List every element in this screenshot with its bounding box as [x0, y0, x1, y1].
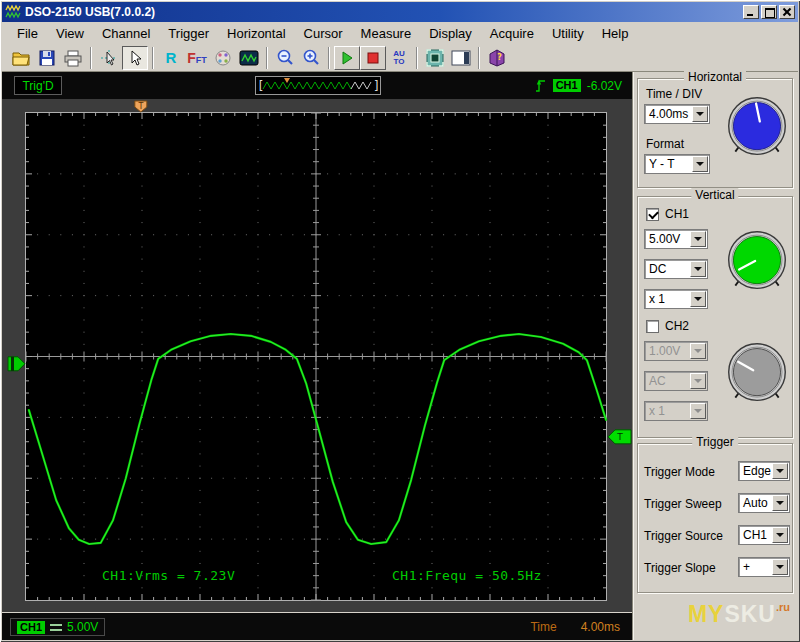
close-button[interactable] — [779, 5, 795, 19]
trigger-source-label: Trigger Source — [644, 529, 723, 543]
trigger-source-badge: CH1 — [553, 79, 581, 92]
trigger-sweep-row: Trigger SweepAuto — [638, 488, 792, 520]
ch2-probe-select-arrow — [690, 403, 706, 419]
auto-setup-button[interactable]: AUTO — [386, 46, 412, 70]
menu-utility[interactable]: Utility — [543, 24, 593, 43]
ch1-readout: CH1 5.00V — [10, 618, 105, 636]
preview-trigger-marker[interactable] — [284, 78, 290, 83]
format-select-arrow[interactable] — [692, 156, 708, 172]
play-icon — [338, 49, 356, 67]
zoom-out-icon — [275, 48, 295, 68]
trigger-slope-select-arrow[interactable] — [772, 559, 788, 575]
svg-text:?: ? — [497, 53, 502, 62]
timebase-readout: Time 4.00ms — [522, 618, 628, 636]
time-div-select[interactable]: 4.00ms — [644, 104, 710, 124]
ch1-coupling-select-arrow[interactable] — [690, 261, 706, 277]
display-color-button[interactable] — [210, 46, 236, 70]
trigger-slope-select[interactable]: + — [738, 557, 790, 577]
trigger-source-select-arrow[interactable] — [772, 527, 788, 543]
chevron-down-icon — [696, 162, 704, 170]
trigger-level-label: T — [616, 432, 623, 442]
time-label: Time — [530, 620, 556, 634]
menu-help[interactable]: Help — [593, 24, 638, 43]
format-select[interactable]: Y - T — [644, 154, 710, 174]
waveform-window-button[interactable] — [236, 46, 262, 70]
zoom-in-button[interactable] — [298, 46, 324, 70]
ch1-badge: CH1 — [17, 621, 45, 634]
window-layout-button[interactable] — [448, 46, 474, 70]
menu-file[interactable]: File — [8, 24, 47, 43]
chevron-down-icon — [776, 501, 784, 509]
self-calibration-button[interactable] — [422, 46, 448, 70]
chevron-down-icon — [694, 267, 702, 275]
ch1-checkbox-box[interactable] — [646, 208, 659, 221]
ch1-coupling-select[interactable]: DC — [644, 259, 708, 279]
chevron-down-icon — [694, 297, 702, 305]
trigger-source-select[interactable]: CH1 — [738, 525, 790, 545]
menu-trigger[interactable]: Trigger — [159, 24, 218, 43]
vertical-group: Vertical CH1 5.00V DC x 1 — [637, 196, 793, 438]
cursor-measure-button[interactable] — [96, 46, 122, 70]
chevron-down-icon — [694, 237, 702, 245]
menu-display[interactable]: Display — [420, 24, 481, 43]
fft-button[interactable]: FFT — [184, 46, 210, 70]
pointer-button[interactable] — [122, 46, 148, 70]
print-button[interactable] — [60, 46, 86, 70]
ch1-checkbox[interactable]: CH1 — [646, 207, 689, 221]
menu-acquire[interactable]: Acquire — [481, 24, 543, 43]
start-button[interactable] — [334, 46, 360, 70]
ch2-probe-select: x 1 — [644, 401, 708, 421]
ch2-knob[interactable] — [724, 341, 790, 410]
trigger-mode-select-arrow[interactable] — [772, 463, 788, 479]
trigger-preview-waveform: [] — [256, 77, 380, 94]
bottom-status-bar: CH1 5.00V Time 4.00ms — [2, 612, 632, 640]
ch1-knob[interactable] — [724, 229, 790, 298]
svg-text:]: ] — [373, 79, 380, 93]
ch2-checkbox[interactable]: CH2 — [646, 319, 689, 333]
minimize-button[interactable] — [743, 5, 759, 19]
fft-icon: FFT — [187, 49, 207, 67]
menu-measure[interactable]: Measure — [352, 24, 421, 43]
help-button[interactable]: ? — [484, 46, 510, 70]
ch1-probe-select[interactable]: x 1 — [644, 289, 708, 309]
maximize-button[interactable] — [761, 5, 777, 19]
trigger-mode-select[interactable]: Edge — [738, 461, 790, 481]
open-button[interactable] — [8, 46, 34, 70]
reference-icon: R — [166, 49, 177, 66]
trigger-mode-label: Trigger Mode — [644, 465, 715, 479]
menu-view[interactable]: View — [47, 24, 93, 43]
ch1-volts-select-arrow[interactable] — [690, 231, 706, 247]
reference-button[interactable]: R — [158, 46, 184, 70]
measurement-vrms: CH1:Vrms = 7.23V — [102, 568, 235, 583]
save-button[interactable] — [34, 46, 60, 70]
toolbar-separator — [416, 47, 418, 69]
trigger-position-label: T — [137, 102, 143, 111]
scope-display: TTCH1:Vrms = 7.23VCH1:Frequ = 50.5Hz — [2, 99, 632, 612]
ch2-checkbox-box[interactable] — [646, 320, 659, 333]
time-per-div: 4.00ms — [581, 620, 620, 634]
horizontal-knob[interactable] — [724, 95, 790, 164]
trigger-sweep-select[interactable]: Auto — [738, 493, 790, 513]
menu-bar: FileViewChannelTriggerHorizontalCursorMe… — [2, 22, 798, 44]
toolbar-separator — [152, 47, 154, 69]
menu-horizontal[interactable]: Horizontal — [218, 24, 295, 43]
ch1-volts-select[interactable]: 5.00V — [644, 229, 708, 249]
toolbar-separator — [90, 47, 92, 69]
ch2-volts-select: 1.00V — [644, 341, 708, 361]
ch1-volts-per-div: 5.00V — [67, 620, 98, 634]
zoom-out-button[interactable] — [272, 46, 298, 70]
time-div-select-arrow[interactable] — [692, 106, 708, 122]
waveform-window-icon — [239, 49, 259, 67]
toolbar: R FFT — [2, 44, 798, 72]
menu-channel[interactable]: Channel — [93, 24, 159, 43]
stop-button[interactable] — [360, 46, 386, 70]
trigger-preview[interactable]: [] — [255, 76, 381, 95]
ch1-probe-select-arrow[interactable] — [690, 291, 706, 307]
scope-area: Trig'D [] CH1 -6.02V TTCH1:Vrms = 7.23VC… — [2, 72, 632, 640]
svg-text:[: [ — [257, 79, 264, 93]
trigger-readout: CH1 -6.02V — [535, 76, 622, 95]
trigger-group-title: Trigger — [692, 435, 738, 449]
measurement-freq: CH1:Frequ = 50.5Hz — [392, 568, 542, 583]
menu-cursor[interactable]: Cursor — [295, 24, 352, 43]
trigger-sweep-select-arrow[interactable] — [772, 495, 788, 511]
